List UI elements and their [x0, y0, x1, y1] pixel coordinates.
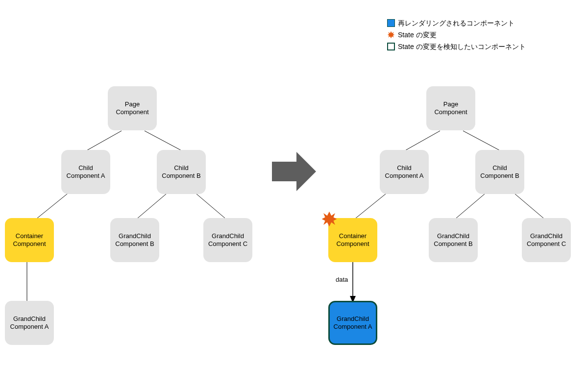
legend-swatch-outline-icon	[387, 43, 395, 50]
node-page: PageComponent	[426, 86, 475, 130]
svg-line-4	[196, 194, 225, 219]
svg-line-0	[87, 131, 122, 150]
svg-line-3	[137, 194, 167, 219]
svg-marker-14	[322, 212, 337, 227]
node-grandchild-a: GrandChildComponent A	[5, 301, 54, 345]
node-container: ContainerComponent	[5, 218, 54, 262]
node-child-a: ChildComponent A	[61, 150, 110, 194]
legend-label: State の変更を検知したいコンポーネント	[398, 41, 526, 52]
legend-label: State の変更	[398, 29, 437, 41]
svg-line-7	[463, 131, 500, 150]
edge-label-data: data	[336, 276, 348, 283]
svg-marker-13	[272, 152, 316, 191]
svg-line-8	[355, 194, 386, 219]
legend: 再レンダリングされるコンポーネント State の変更 State の変更を検知…	[387, 17, 526, 52]
legend-burst-icon	[387, 31, 395, 39]
node-child-b: ChildComponent B	[157, 150, 206, 194]
svg-marker-15	[388, 31, 394, 38]
node-grandchild-b: GrandChildComponent B	[110, 218, 159, 262]
transition-arrow-icon	[272, 152, 316, 191]
legend-item-state-change: State の変更	[387, 29, 526, 41]
legend-item-watcher: State の変更を検知したいコンポーネント	[387, 41, 526, 52]
node-child-a: ChildComponent A	[380, 150, 429, 194]
svg-line-10	[514, 194, 544, 219]
node-child-b: ChildComponent B	[475, 150, 524, 194]
legend-swatch-blue-icon	[387, 19, 395, 27]
svg-line-1	[145, 131, 181, 150]
node-grandchild-b: GrandChildComponent B	[429, 218, 478, 262]
state-change-burst-icon	[321, 211, 338, 227]
node-page: PageComponent	[108, 86, 157, 130]
legend-item-rerender: 再レンダリングされるコンポーネント	[387, 17, 526, 29]
node-grandchild-a-rerender: GrandChildComponent A	[328, 301, 377, 345]
node-grandchild-c: GrandChildComponent C	[522, 218, 571, 262]
svg-line-9	[456, 194, 485, 219]
node-grandchild-c: GrandChildComponent C	[203, 218, 252, 262]
svg-line-6	[405, 131, 440, 150]
legend-label: 再レンダリングされるコンポーネント	[398, 17, 514, 29]
svg-line-2	[37, 194, 68, 219]
